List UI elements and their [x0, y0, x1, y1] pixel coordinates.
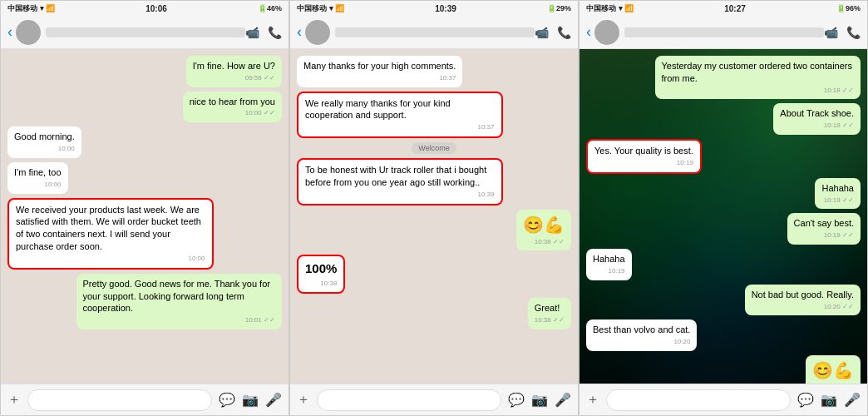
message-time: 10:00	[16, 255, 205, 264]
sent-message: 😊💪10:20 ✓✓	[806, 355, 861, 384]
phone-icon[interactable]: 📞	[557, 26, 571, 39]
camera-icon[interactable]: 📷	[242, 392, 259, 408]
chat-bottom-bar: ＋ 💬 📷 🎤	[290, 384, 578, 415]
status-time: 10:06	[145, 4, 167, 13]
message-time: 10:20	[593, 338, 690, 347]
message-text: To be honest with Ur track roller that i…	[305, 164, 495, 189]
add-icon[interactable]: ＋	[7, 391, 21, 409]
message-time: 10:38 ✓✓	[523, 238, 565, 247]
message-time: 10:38 ✓✓	[535, 316, 565, 325]
message-time: 10:19 ✓✓	[794, 231, 854, 240]
sticker-icon[interactable]: 💬	[508, 392, 525, 408]
sent-message: Yesterday my customer ordered two contai…	[655, 56, 861, 99]
sticker-icon[interactable]: 💬	[797, 392, 814, 408]
status-bar: 中国移动 ▾ 📶 10:39 🔋29%	[290, 1, 578, 16]
camera-icon[interactable]: 📷	[531, 392, 548, 408]
message-text: Pretty good. Good news for me. Thank you…	[83, 278, 276, 315]
message-text: About Track shoe.	[780, 107, 854, 120]
video-call-icon[interactable]: 📹	[535, 26, 549, 39]
add-icon[interactable]: ＋	[297, 391, 310, 409]
message-text: We really many thanks for your kind coop…	[305, 97, 495, 122]
chat-header: ‹ 📹 📞	[579, 16, 867, 49]
battery-status: 🔋29%	[547, 4, 571, 12]
chat-header: ‹ 📹 📞	[1, 16, 289, 49]
message-text: nice to hear from you	[190, 96, 275, 108]
message-input[interactable]	[27, 389, 212, 411]
message-time: 10:39	[305, 191, 495, 200]
chat-area: Yesterday my customer ordered two contai…	[579, 49, 867, 384]
message-input[interactable]	[317, 389, 501, 411]
chat-area: I'm fine. How are U?09:58 ✓✓nice to hear…	[1, 49, 289, 384]
message-text: 100%	[305, 260, 337, 277]
system-message: Welcome	[412, 142, 456, 154]
sent-message: Pretty good. Good news for me. Thank you…	[76, 274, 283, 329]
message-text: Can't say best.	[794, 217, 854, 230]
message-time: 10:00	[14, 145, 75, 154]
phone-panel-2: 中国移动 ▾ 📶 10:39 🔋29% ‹ 📹 📞 Many thanks fo…	[289, 0, 579, 416]
carrier-text: 中国移动 ▾ 📶	[297, 3, 344, 14]
message-input[interactable]	[606, 389, 791, 411]
contact-name	[624, 27, 824, 37]
message-time: 10:18 ✓✓	[780, 121, 854, 131]
message-text: Yesterday my customer ordered two contai…	[662, 60, 855, 85]
message-text: We received your products last week. We …	[16, 204, 205, 253]
message-text: I'm fine. How are U?	[193, 60, 275, 72]
message-text: I'm fine, too	[14, 166, 62, 179]
mic-icon[interactable]: 🎤	[844, 392, 861, 408]
message-time: 10:38	[305, 280, 337, 289]
header-icons: 📹 📞	[245, 26, 282, 39]
carrier-text: 中国移动 ▾ 📶	[7, 3, 55, 14]
status-bar: 中国移动 ▾ 📶 10:06 🔋46%	[1, 1, 289, 16]
add-icon[interactable]: ＋	[586, 391, 599, 409]
received-message: Best than volvo and cat.10:20	[586, 319, 697, 351]
received-message: 100%10:38	[297, 255, 345, 294]
avatar	[305, 20, 330, 45]
status-time: 10:39	[435, 4, 456, 13]
sticker-icon[interactable]: 💬	[219, 392, 235, 408]
phone-panel-1: 中国移动 ▾ 📶 10:06 🔋46% ‹ 📹 📞 I'm fine. How …	[0, 0, 289, 416]
sent-message: Not bad but good. Really.10:20 ✓✓	[745, 285, 861, 316]
video-call-icon[interactable]: 📹	[245, 26, 259, 39]
message-text: Hahaha	[821, 182, 854, 195]
chat-header: ‹ 📹 📞	[290, 16, 578, 49]
message-text: Best than volvo and cat.	[593, 324, 690, 336]
message-time: 10:37	[305, 123, 495, 132]
phone-icon[interactable]: 📞	[846, 26, 861, 39]
status-bar: 中国移动 ▾ 📶 10:27 🔋96%	[579, 1, 867, 16]
message-time: 10:37	[303, 74, 456, 83]
back-button[interactable]: ‹	[7, 23, 12, 41]
mic-icon[interactable]: 🎤	[265, 392, 282, 408]
sent-message: About Track shoe.10:18 ✓✓	[773, 103, 861, 135]
message-text: Many thanks for your high comments.	[303, 60, 456, 72]
message-text: Hahaha	[593, 253, 625, 265]
received-message: Yes. Your quality is best.10:19	[586, 139, 702, 174]
video-call-icon[interactable]: 📹	[824, 26, 838, 39]
avatar	[594, 20, 619, 45]
message-time: 10:00	[14, 181, 62, 190]
chat-area: Many thanks for your high comments.10:37…	[290, 49, 578, 384]
received-message: Hahaha10:19	[586, 249, 632, 280]
message-time: 09:58 ✓✓	[193, 74, 275, 83]
mic-icon[interactable]: 🎤	[555, 392, 571, 408]
message-text: Yes. Your quality is best.	[594, 145, 693, 157]
received-message: I'm fine, too10:00	[7, 162, 68, 194]
message-time: 10:19	[593, 267, 625, 276]
message-time: 10:20 ✓✓	[752, 303, 854, 312]
camera-icon[interactable]: 📷	[821, 392, 837, 408]
back-button[interactable]: ‹	[586, 23, 591, 41]
sent-message: Hahaha10:19 ✓✓	[815, 178, 861, 210]
message-time: 10:19	[594, 159, 693, 168]
message-text: 😊💪	[812, 359, 854, 382]
message-time: 10:01 ✓✓	[83, 316, 276, 325]
message-text: 😊💪	[523, 214, 565, 236]
received-message: To be honest with Ur track roller that i…	[297, 158, 503, 205]
contact-name	[335, 27, 535, 37]
sent-message: nice to hear from you10:00 ✓✓	[183, 92, 282, 123]
back-button[interactable]: ‹	[297, 23, 302, 41]
message-time: 10:18 ✓✓	[662, 87, 855, 96]
sent-message: 😊💪10:38 ✓✓	[516, 210, 571, 251]
carrier-text: 中国移动 ▾ 📶	[586, 3, 634, 14]
received-message: We really many thanks for your kind coop…	[297, 92, 503, 138]
message-time: 10:00 ✓✓	[190, 109, 275, 118]
phone-icon[interactable]: 📞	[268, 26, 282, 39]
